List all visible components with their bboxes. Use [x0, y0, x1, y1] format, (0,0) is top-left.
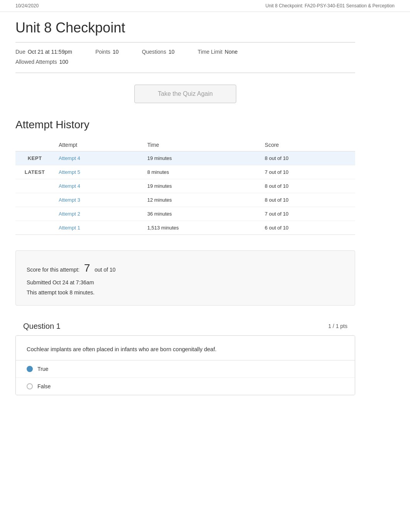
points-label: Points	[95, 49, 110, 55]
points-meta: Points 10	[95, 49, 119, 55]
quiz-again-section: Take the Quiz Again	[15, 85, 355, 103]
row-score: 7 out of 10	[260, 165, 355, 179]
row-time: 36 minutes	[142, 207, 260, 221]
table-row: LATESTAttempt 58 minutes7 out of 10	[15, 165, 355, 179]
duration-line: This attempt took 8 minutes.	[27, 288, 344, 297]
radio-circle	[27, 366, 33, 372]
radio-circle	[27, 383, 33, 389]
table-row: Attempt 11,513 minutes6 out of 10	[15, 221, 355, 235]
table-row: Attempt 419 minutes8 out of 10	[15, 179, 355, 193]
due-value: Oct 21 at 11:59pm	[28, 49, 72, 55]
row-attempt[interactable]: Attempt 1	[54, 221, 142, 235]
questions-container: Question 11 / 1 ptsCochlear implants are…	[15, 317, 355, 395]
question-header: Question 11 / 1 pts	[15, 317, 355, 335]
due-meta: Due Oct 21 at 11:59pm	[15, 49, 72, 55]
question-body: Cochlear implants are often placed in in…	[15, 335, 355, 395]
question-title: Question 1	[23, 322, 61, 331]
answer-option[interactable]: False	[16, 377, 355, 395]
row-badge: LATEST	[15, 165, 54, 179]
row-time: 12 minutes	[142, 193, 260, 207]
row-badge	[15, 221, 54, 235]
row-time: 19 minutes	[142, 179, 260, 193]
row-time: 1,513 minutes	[142, 221, 260, 235]
answer-text: False	[37, 383, 51, 389]
table-header-row: Attempt Time Score	[15, 139, 355, 151]
allowed-label: Allowed Attempts	[15, 59, 57, 65]
col-time-header: Time	[142, 139, 260, 151]
row-attempt[interactable]: Attempt 5	[54, 165, 142, 179]
breadcrumb-text: Unit 8 Checkpoint: FA20-PSY-340-E01 Sens…	[266, 3, 395, 8]
allowed-value: 100	[59, 59, 68, 65]
row-time: 8 minutes	[142, 165, 260, 179]
submitted-line: Submitted Oct 24 at 7:36am	[27, 278, 344, 287]
questions-meta: Questions 10	[142, 49, 175, 55]
page-title: Unit 8 Checkpoint	[15, 20, 355, 36]
time-limit-value: None	[225, 49, 237, 55]
time-limit-label: Time Limit	[198, 49, 222, 55]
table-row: Attempt 312 minutes8 out of 10	[15, 193, 355, 207]
question-text: Cochlear implants are often placed in in…	[16, 336, 355, 360]
answer-text: True	[37, 366, 48, 372]
row-attempt[interactable]: Attempt 2	[54, 207, 142, 221]
score-line: Score for this attempt: 7 out of 10	[27, 258, 344, 278]
row-time: 19 minutes	[142, 151, 260, 165]
due-label: Due	[15, 49, 25, 55]
answer-options: TrueFalse	[16, 360, 355, 395]
meta-row-2: Allowed Attempts 100	[15, 59, 355, 66]
attempt-history-table: Attempt Time Score KEPTAttempt 419 minut…	[15, 139, 355, 235]
top-bar: 10/24/2020 Unit 8 Checkpoint: FA20-PSY-3…	[0, 0, 410, 12]
col-attempt-header: Attempt	[54, 139, 142, 151]
row-attempt[interactable]: Attempt 4	[54, 179, 142, 193]
col-badge-header	[15, 139, 54, 151]
row-score: 6 out of 10	[260, 221, 355, 235]
meta-row-1: Due Oct 21 at 11:59pm Points 10 Question…	[15, 49, 355, 56]
score-out-of: out of 10	[95, 267, 116, 273]
row-attempt[interactable]: Attempt 3	[54, 193, 142, 207]
row-score: 8 out of 10	[260, 179, 355, 193]
row-attempt[interactable]: Attempt 4	[54, 151, 142, 165]
row-score: 8 out of 10	[260, 151, 355, 165]
score-summary: Score for this attempt: 7 out of 10 Subm…	[15, 250, 355, 306]
questions-label: Questions	[142, 49, 166, 55]
col-score-header: Score	[260, 139, 355, 151]
score-number: 7	[84, 262, 90, 274]
row-badge	[15, 179, 54, 193]
row-badge: KEPT	[15, 151, 54, 165]
question-pts: 1 / 1 pts	[328, 323, 347, 329]
table-row: Attempt 236 minutes7 out of 10	[15, 207, 355, 221]
time-limit-meta: Time Limit None	[198, 49, 238, 55]
take-quiz-again-button[interactable]: Take the Quiz Again	[134, 85, 236, 103]
row-badge	[15, 193, 54, 207]
row-score: 7 out of 10	[260, 207, 355, 221]
title-divider	[15, 42, 355, 42]
main-content: Unit 8 Checkpoint Due Oct 21 at 11:59pm …	[0, 12, 371, 422]
points-value: 10	[113, 49, 119, 55]
date-label: 10/24/2020	[15, 3, 39, 8]
attempt-history-title: Attempt History	[15, 119, 355, 131]
table-row: KEPTAttempt 419 minutes8 out of 10	[15, 151, 355, 165]
questions-value: 10	[168, 49, 175, 55]
answer-option[interactable]: True	[16, 360, 355, 377]
allowed-meta: Allowed Attempts 100	[15, 59, 68, 65]
score-label: Score for this attempt:	[27, 267, 80, 273]
meta-divider	[15, 73, 355, 73]
row-score: 8 out of 10	[260, 193, 355, 207]
question-section: Question 11 / 1 ptsCochlear implants are…	[15, 317, 355, 395]
row-badge	[15, 207, 54, 221]
